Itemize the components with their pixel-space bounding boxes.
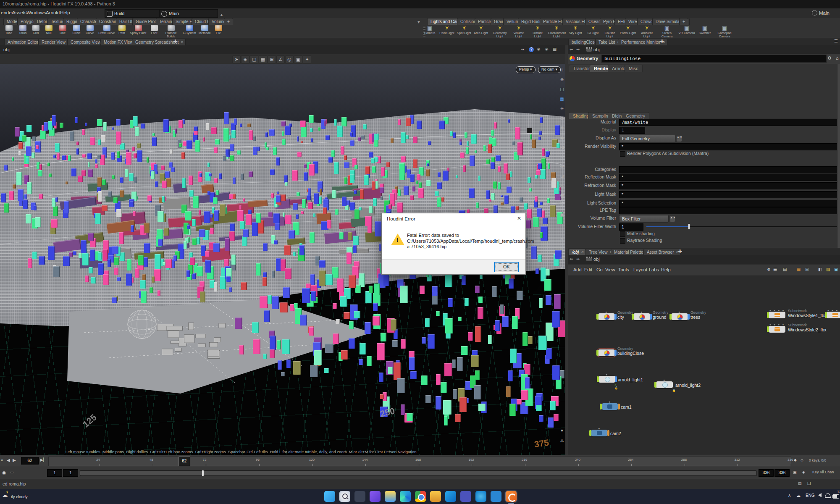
node-display-flag[interactable] [596,350,598,356]
tray-battery-icon[interactable] [832,494,839,499]
viewport-side-tool-icon[interactable]: ♦ [559,428,565,433]
pin-icon[interactable]: ⇥ [521,47,524,52]
network-menu-labs[interactable]: Labs [649,267,659,272]
shelf-tool-geometry-light[interactable]: ☀Geometry Light [491,25,508,38]
viewport-tool-icon[interactable]: ⊞ [268,55,276,63]
playback-end-field[interactable]: 336 [759,469,774,477]
node-render-flag[interactable] [650,314,652,320]
network-menu-add[interactable]: Add [573,267,582,272]
taskbar-app-outlook[interactable] [445,491,456,502]
shelf-tool-switcher[interactable]: ▣Switcher [696,25,713,38]
taskbar-app-folder[interactable] [430,491,441,502]
houdini-logo-icon[interactable]: ⌂ [836,55,839,60]
viewport-side-tool-icon[interactable]: ⌖ [559,154,565,160]
viewport-tool-icon[interactable]: ▣ [294,55,302,63]
timeline-ruler[interactable]: 2448729612014416819221624026428831233662 [48,457,791,466]
param-field[interactable]: * [619,143,840,150]
viewport-side-tool-icon[interactable]: ✛ [559,67,565,73]
viewport-side-tool-icon[interactable]: ◻ [559,255,565,261]
forward-icon[interactable]: ➡ [576,47,580,52]
network-node[interactable]: ● ● ● ● [827,312,840,318]
network-node-WindowsStyle1_fbx[interactable]: ● ● ● ●SubnetworkWindowsStyle1_fbx [769,312,785,318]
pane-menu-icon[interactable]: ☰ [834,39,838,43]
persp-button[interactable]: Persp ▾ [516,66,536,73]
param-field[interactable]: * [619,174,840,181]
network-node-cam2[interactable]: ●cam2 [591,430,608,436]
viewport-side-tool-icon[interactable]: ◇ [559,183,565,189]
new-tab-button[interactable]: ✚ [173,39,177,45]
playhead[interactable]: 62 [178,457,190,466]
node-render-flag[interactable] [614,314,617,320]
network-node-ground[interactable]: ●Geometryground [633,313,650,320]
playback-start-field[interactable]: 1 [63,469,78,477]
network-node-arnold_light1[interactable]: ●arnold_light1○ 🔒 [598,376,615,383]
param-field[interactable]: * [619,191,840,198]
shelf-tool-draw-curve[interactable]: Draw Curve [98,25,115,38]
node-display-flag[interactable] [767,312,769,318]
viewport-side-tool-icon[interactable]: △ [559,202,565,208]
autokey-icon[interactable]: ◉ [2,470,6,475]
viewport-tool-icon[interactable]: ∠ [276,55,285,63]
slider-track[interactable] [646,226,840,227]
back-icon[interactable]: ⬅ [570,47,573,52]
shelf-tool-portal-light[interactable]: ☀Portal Light [620,25,636,38]
shelf-tool-spot-light[interactable]: ☀Spot Light [456,25,472,38]
node-display-flag[interactable] [597,376,599,382]
param-field[interactable]: 1 [619,223,643,231]
shelf-tool-sky-light[interactable]: ☀Sky Light [567,25,584,38]
node-name-field[interactable]: buildingClose [601,55,827,63]
close-tab-icon[interactable]: ✕ [581,249,584,255]
taskbar-app-chat[interactable] [370,491,381,502]
param-tab-misc[interactable]: Misc [625,65,643,72]
notes-icon[interactable]: ▨ [826,267,830,272]
radial-menu-button[interactable]: Main [812,10,830,16]
camera-button[interactable]: No cam ▾ [538,66,561,73]
shelf-tool-area-light[interactable]: ☀Area Light [472,25,489,38]
layout-icon[interactable]: ⊞ [805,267,808,272]
viewport-side-tool-icon[interactable]: ✦ [559,236,565,242]
message-log-icon[interactable]: ▤ [798,481,802,486]
lock-range-icon[interactable]: ▣ [793,470,797,474]
viewport-tool-icon[interactable]: ▢ [250,55,258,63]
viewport-side-tool-icon[interactable]: ⊞ [559,173,565,179]
viewport-side-tool-icon[interactable]: ⊕ [559,77,565,83]
network-node-trees[interactable]: ●Geometrytrees [671,313,688,320]
menu-assets[interactable]: Assets [12,10,27,15]
network-node-cam1[interactable]: ●cam1 [601,403,618,410]
weather-icon[interactable]: ☁☀ [2,491,8,499]
viewport-side-tool-icon[interactable]: ▣ [559,212,565,218]
network-menu-go[interactable]: Go [596,267,603,272]
taskbar-app-task-view[interactable] [354,491,365,502]
network-node-WindowsStyle2_fbx[interactable]: ● ● ● ●SubnetworkWindowsStyle2_fbx [769,326,785,333]
shelf-tab--[interactable]: + [224,18,233,25]
viewport-side-tool-icon[interactable]: ⚙ [559,116,565,121]
param-scrollbar[interactable] [837,64,840,248]
tools-icon[interactable]: ⚙ [767,267,771,272]
network-canvas[interactable]: ●Geometrycity●Geometryground●Geometrytre… [568,276,840,455]
taskbar-app-chrome[interactable] [415,491,426,502]
param-field[interactable]: * [619,200,840,207]
viewport-tool-icon[interactable]: ✦ [303,55,311,63]
display-toggle-checkbox[interactable] [527,128,532,133]
param-checkbox[interactable] [620,151,625,157]
shelf-tool-file[interactable]: File [210,25,227,38]
taskbar-app-teams[interactable] [460,491,471,502]
shelf-tool-volume-light[interactable]: ☀Volume Light [510,25,527,38]
shelf-tool-ambient-light[interactable]: ☀Ambient Light [638,25,655,38]
tray-wifi-icon[interactable] [825,493,831,498]
shelf-tool-caustic-light[interactable]: ☀Caustic Light [601,25,618,38]
viewport-side-tool-icon[interactable]: ◬ [559,437,565,443]
shelf-overflow-icon[interactable]: ▾ [417,19,420,25]
play-icon[interactable]: ▶ [13,458,16,462]
network-menu-layout[interactable]: Layout [633,267,647,272]
viewport-side-tool-icon[interactable]: ☀ [559,106,565,112]
param-dropdown[interactable]: Full Geometry▲▼ [619,135,675,142]
range-end-field[interactable]: 336 [774,469,790,477]
viewport-tool-icon[interactable]: ▦ [259,55,267,63]
tray-clock[interactable]: 12 [837,490,840,494]
node-display-flag[interactable] [589,430,591,436]
node-display-flag[interactable] [767,326,769,332]
magnet-icon[interactable]: ◈ [802,470,805,474]
viewport-tool-icon[interactable]: ◎ [285,55,294,63]
forward-icon[interactable]: ➡ [576,257,580,261]
